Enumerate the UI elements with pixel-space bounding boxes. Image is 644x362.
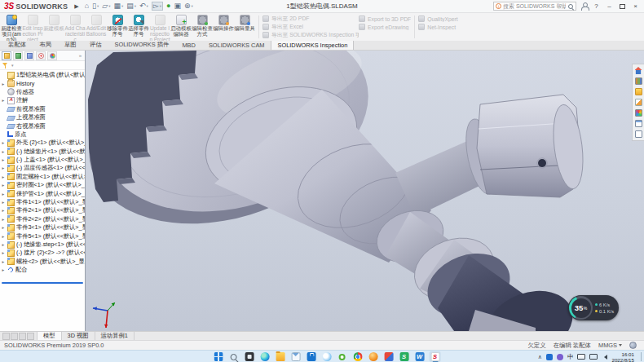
taskbar-clock[interactable]: 16:01 2022/8/15 <box>611 351 634 362</box>
tree-item[interactable]: ▸(-) 上盖<1> (默认<<默认>_显示状 <box>0 156 85 164</box>
qat-undo-icon[interactable]: ↶▾ <box>139 2 148 10</box>
expander-icon[interactable]: ▸ <box>1 166 6 170</box>
tab-scroll-buttons[interactable] <box>0 332 37 340</box>
expander-icon[interactable]: ▸ <box>1 242 6 247</box>
qat-new-document-icon[interactable]: ▯▾ <box>92 2 99 10</box>
taskbar-browser-orange-icon[interactable] <box>368 351 379 362</box>
ribbon-button-select-balloons[interactable]: 选择零件序号 <box>128 13 149 41</box>
tray-security-purple-icon[interactable] <box>557 354 563 360</box>
tree-item[interactable]: ▸配合 <box>0 266 85 274</box>
ime-indicator[interactable]: 中 <box>567 353 574 361</box>
taskpane-view-palette-button[interactable] <box>633 97 644 108</box>
panel-tab-propertymanager[interactable] <box>13 51 23 60</box>
expander-icon[interactable]: ▸ <box>1 259 6 264</box>
qat-open-icon[interactable]: ▱▾ <box>102 2 110 10</box>
taskbar-app-blue-w-icon[interactable]: W <box>414 351 426 362</box>
taskpane-design-library-button[interactable] <box>633 76 644 86</box>
taskpane-custom-properties-button[interactable] <box>633 118 644 129</box>
expander-icon[interactable]: ▸ <box>1 192 6 196</box>
graphics-viewport[interactable]: 35 % 6 K/s 0.1 K/s <box>86 51 644 331</box>
ribbon-button-edit-methods[interactable]: 编辑检查方式 <box>192 13 213 41</box>
taskbar-store-icon[interactable] <box>306 351 317 362</box>
tree-item[interactable]: ▸零件1<1> (默认<<默认>_显示状态 <box>0 198 85 206</box>
help-search-input[interactable]: i 搜索 SOLIDWORKS 帮助 <box>493 2 576 11</box>
tree-item[interactable]: 右视基准面 <box>0 121 85 130</box>
volume-icon[interactable] <box>602 355 607 360</box>
taskbar-mail-icon[interactable] <box>290 351 302 362</box>
expander-icon[interactable]: ▸ <box>1 149 6 154</box>
units-selector[interactable]: MMGS <box>598 342 622 349</box>
tree-item[interactable]: ▸注解 <box>0 96 85 104</box>
tree-item[interactable]: ▸外壳 (2)<1> (默认<<默认>_显示状 <box>0 139 85 147</box>
taskbar-app-green-s-icon[interactable]: S <box>399 351 410 362</box>
taskbar-start-icon[interactable] <box>213 351 224 362</box>
tree-item[interactable]: ▸固定螺栓<1> (默认<<默认>_显示 <box>0 173 85 181</box>
ribbon-button-remove-balloons[interactable]: 移除零件序号 <box>107 13 128 41</box>
expander-icon[interactable]: ▸ <box>1 234 6 239</box>
tree-item[interactable]: ▸螺栓<2> (默认<<默认>_显示状态 <box>0 258 85 266</box>
tree-item[interactable]: 传感器 <box>0 88 85 96</box>
taskpane-home-button[interactable] <box>633 65 644 76</box>
qat-home-icon[interactable]: ⌂ <box>85 2 89 10</box>
taskbar-app-red-icon[interactable] <box>383 351 395 362</box>
panel-tab-configurationmanager[interactable] <box>24 51 34 60</box>
tree-item[interactable]: ▸零件2<2> (默认<<默认>_显示状态 <box>0 215 85 223</box>
tree-item[interactable]: ▸保护管<1> (默认<<默认>_显示状 <box>0 189 85 197</box>
menu-flyout-icon[interactable]: ▶ <box>74 3 78 10</box>
search-icon[interactable] <box>567 3 574 10</box>
taskbar-task-view-icon[interactable] <box>244 351 255 362</box>
taskbar-search-icon[interactable] <box>228 351 240 362</box>
taskbar-browser-360-icon[interactable] <box>337 351 348 362</box>
expander-icon[interactable]: ▸ <box>1 217 6 222</box>
tree-filter[interactable]: ▾ <box>0 61 85 70</box>
ribbon-button-edit-operations[interactable]: 编辑操作 <box>213 13 234 41</box>
tree-item[interactable]: 上视基准面 <box>0 113 85 121</box>
taskbar-solidworks-icon[interactable]: S <box>430 351 441 362</box>
login-user-icon[interactable] <box>580 2 588 10</box>
speed-ball-widget[interactable]: 35 % 6 K/s 0.1 K/s <box>568 295 619 320</box>
taskpane-forum-button[interactable] <box>633 129 644 139</box>
expander-icon[interactable]: ▸ <box>1 174 6 179</box>
tree-item[interactable]: ▸(-) 接片 (2)<2> ->? (默认<<默认> <box>0 249 85 257</box>
tree-item[interactable]: ▸(-) 绝缘垫片<1> (默认<<默认>_显 <box>0 148 85 156</box>
taskbar-edge-icon[interactable] <box>259 351 271 362</box>
taskbar-file-explorer-icon[interactable] <box>275 351 286 362</box>
tree-item[interactable]: 1型铠装热电偶 (默认<默认_显示状态-1 <box>0 71 85 79</box>
qat-save-icon[interactable]: ▦▾ <box>113 2 123 10</box>
taskpane-file-explorer-button[interactable] <box>633 86 644 97</box>
expander-icon[interactable]: ▸ <box>1 82 6 86</box>
tree-item[interactable]: ▸(-) 绝缘垫.step<1> (默认<<默认> <box>0 241 85 249</box>
expander-icon[interactable]: ▸ <box>1 98 6 103</box>
tray-security-blue-icon[interactable] <box>546 354 553 360</box>
tree-item[interactable]: ▸密封圈<1> (默认<<默认>_显示状 <box>0 181 85 189</box>
keyboard-icon[interactable] <box>577 354 585 360</box>
tree-item[interactable]: ▸零件2<1> (默认<<默认>_显示状态 <box>0 206 85 214</box>
tree-item[interactable]: 前视基准面 <box>0 105 85 113</box>
tree-item[interactable]: ▸History <box>0 79 85 87</box>
qat-select-icon[interactable]: ▻▾ <box>152 2 163 11</box>
tree-item[interactable]: ▸零件3<1> (默认<<默认>_显示状态 <box>0 223 85 232</box>
expander-icon[interactable]: ▸ <box>1 208 6 213</box>
expander-icon[interactable]: ▸ <box>1 183 6 188</box>
expander-icon[interactable]: ▸ <box>1 157 6 162</box>
model-3d[interactable] <box>86 51 644 331</box>
status-globe-icon[interactable] <box>629 342 637 349</box>
panel-tab-displaymanager[interactable] <box>47 51 57 60</box>
close-button[interactable]: × <box>631 2 640 11</box>
panel-tab-featuremanager[interactable] <box>2 51 11 60</box>
ribbon-button-new-inspection-project[interactable]: 新建检查项目(amp;N) <box>1 13 22 41</box>
tree-item[interactable]: ▸零件5<1> (默认<<默认>_显示状态 <box>0 232 85 240</box>
taskbar-chrome-icon[interactable] <box>352 351 364 362</box>
help-button[interactable]: ? <box>592 2 601 11</box>
minimize-button[interactable]: – <box>605 2 614 11</box>
expander-icon[interactable]: ▸ <box>1 200 6 205</box>
restore-button[interactable] <box>620 4 625 9</box>
bottom-tab-模型[interactable]: 模型 <box>37 332 62 340</box>
panel-tab-dimxpertmanager[interactable] <box>36 51 46 60</box>
qat-print-icon[interactable]: ▤▾ <box>126 2 136 10</box>
expander-icon[interactable]: ▸ <box>1 225 6 230</box>
expander-icon[interactable]: ▸ <box>1 267 6 272</box>
bottom-tab-运动算例1[interactable]: 运动算例1 <box>95 332 135 340</box>
ribbon-button-edit-gages[interactable]: 编辑量具 <box>234 13 255 41</box>
expander-icon[interactable]: ▸ <box>1 250 6 255</box>
